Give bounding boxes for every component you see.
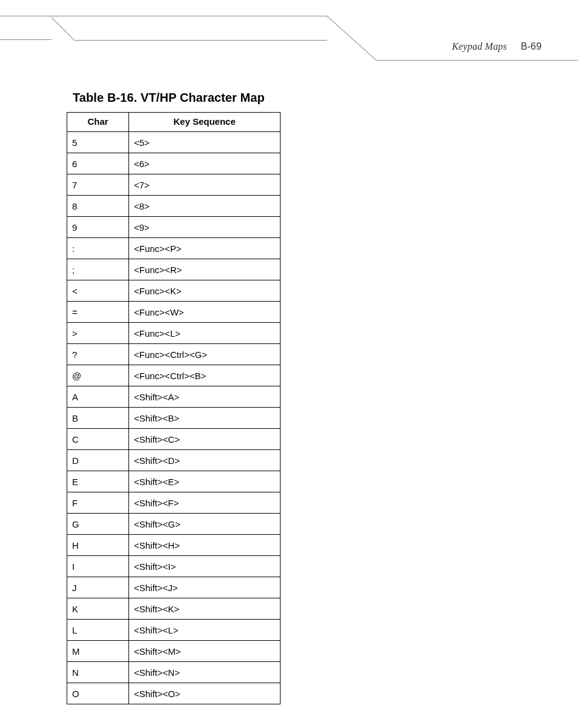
cell-key-sequence: <Shift><A> — [129, 386, 281, 408]
table-row: 5<5> — [67, 132, 281, 153]
cell-key-sequence: <Shift><D> — [129, 450, 281, 471]
cell-key-sequence: <Shift><H> — [129, 535, 281, 556]
table-row: C<Shift><C> — [67, 429, 281, 450]
cell-char: ; — [67, 259, 129, 280]
table-row: ><Func><L> — [67, 323, 281, 344]
header-ornament-left — [0, 16, 51, 40]
table-row: 8<8> — [67, 196, 281, 217]
cell-key-sequence: <7> — [129, 174, 281, 196]
table-row: J<Shift><J> — [67, 577, 281, 598]
cell-char: F — [67, 492, 129, 514]
page-number: B-69 — [520, 41, 542, 51]
cell-char: = — [67, 302, 129, 323]
cell-char: A — [67, 386, 129, 408]
cell-key-sequence: <Func><Ctrl><B> — [129, 365, 281, 386]
cell-key-sequence: <Shift><N> — [129, 662, 281, 683]
cell-char: N — [67, 662, 129, 683]
table-row: ?<Func><Ctrl><G> — [67, 344, 281, 365]
running-header: Keypad Maps B-69 — [452, 41, 542, 52]
cell-key-sequence: <Shift><J> — [129, 577, 281, 598]
table-row: G<Shift><G> — [67, 514, 281, 535]
table-row: :<Func><P> — [67, 238, 281, 259]
table-row: <<Func><K> — [67, 280, 281, 302]
table-row: M<Shift><M> — [67, 641, 281, 662]
cell-char: G — [67, 514, 129, 535]
table-row: A<Shift><A> — [67, 386, 281, 408]
character-map-table: Char Key Sequence 5<5>6<6>7<7>8<8>9<9>:<… — [67, 112, 281, 704]
cell-char: I — [67, 556, 129, 577]
cell-key-sequence: <Shift><E> — [129, 471, 281, 492]
cell-key-sequence: <Func><L> — [129, 323, 281, 344]
table-row: O<Shift><O> — [67, 683, 281, 704]
cell-char: 9 — [67, 217, 129, 238]
cell-key-sequence: <Func><Ctrl><G> — [129, 344, 281, 365]
table-row: @<Func><Ctrl><B> — [67, 365, 281, 386]
cell-key-sequence: <9> — [129, 217, 281, 238]
table-row: N<Shift><N> — [67, 662, 281, 683]
table-row: 9<9> — [67, 217, 281, 238]
section-title: Keypad Maps — [452, 41, 507, 51]
cell-key-sequence: <Shift><C> — [129, 429, 281, 450]
cell-key-sequence: <Shift><G> — [129, 514, 281, 535]
cell-char: 8 — [67, 196, 129, 217]
cell-key-sequence: <Shift><L> — [129, 620, 281, 641]
table-title: Table B-16. VT/HP Character Map — [73, 91, 285, 105]
table-row: B<Shift><B> — [67, 408, 281, 429]
cell-key-sequence: <Func><K> — [129, 280, 281, 302]
cell-char: 5 — [67, 132, 129, 153]
cell-char: L — [67, 620, 129, 641]
content-area: Table B-16. VT/HP Character Map Char Key… — [67, 91, 285, 704]
table-row: 6<6> — [67, 153, 281, 174]
table-row: D<Shift><D> — [67, 450, 281, 471]
cell-key-sequence: <Shift><B> — [129, 408, 281, 429]
cell-char: < — [67, 280, 129, 302]
cell-char: M — [67, 641, 129, 662]
cell-char: 7 — [67, 174, 129, 196]
cell-key-sequence: <Shift><K> — [129, 598, 281, 620]
cell-key-sequence: <Shift><I> — [129, 556, 281, 577]
cell-char: O — [67, 683, 129, 704]
cell-char: > — [67, 323, 129, 344]
page: Keypad Maps B-69 Table B-16. VT/HP Chara… — [0, 0, 578, 728]
header-ornament-bottom — [76, 40, 327, 41]
column-header-char: Char — [67, 113, 129, 132]
table-row: K<Shift><K> — [67, 598, 281, 620]
cell-char: H — [67, 535, 129, 556]
header-ornament-right — [377, 60, 578, 61]
header-ornament-tab — [51, 16, 327, 61]
table-row: H<Shift><H> — [67, 535, 281, 556]
cell-key-sequence: <6> — [129, 153, 281, 174]
table-row: L<Shift><L> — [67, 620, 281, 641]
cell-key-sequence: <Func><P> — [129, 238, 281, 259]
cell-key-sequence: <Shift><M> — [129, 641, 281, 662]
cell-char: ? — [67, 344, 129, 365]
table-row: E<Shift><E> — [67, 471, 281, 492]
cell-key-sequence: <Shift><O> — [129, 683, 281, 704]
table-row: ;<Func><R> — [67, 259, 281, 280]
cell-key-sequence: <5> — [129, 132, 281, 153]
cell-char: B — [67, 408, 129, 429]
table-row: =<Func><W> — [67, 302, 281, 323]
cell-char: : — [67, 238, 129, 259]
cell-char: D — [67, 450, 129, 471]
table-row: 7<7> — [67, 174, 281, 196]
cell-char: C — [67, 429, 129, 450]
table-row: F<Shift><F> — [67, 492, 281, 514]
cell-char: E — [67, 471, 129, 492]
header-ornament-diag-right — [327, 16, 376, 61]
cell-key-sequence: <Func><W> — [129, 302, 281, 323]
cell-char: J — [67, 577, 129, 598]
cell-key-sequence: <Shift><F> — [129, 492, 281, 514]
cell-key-sequence: <Func><R> — [129, 259, 281, 280]
table-header-row: Char Key Sequence — [67, 113, 281, 132]
cell-key-sequence: <8> — [129, 196, 281, 217]
cell-char: @ — [67, 365, 129, 386]
table-row: I<Shift><I> — [67, 556, 281, 577]
cell-char: K — [67, 598, 129, 620]
column-header-seq: Key Sequence — [129, 113, 281, 132]
cell-char: 6 — [67, 153, 129, 174]
